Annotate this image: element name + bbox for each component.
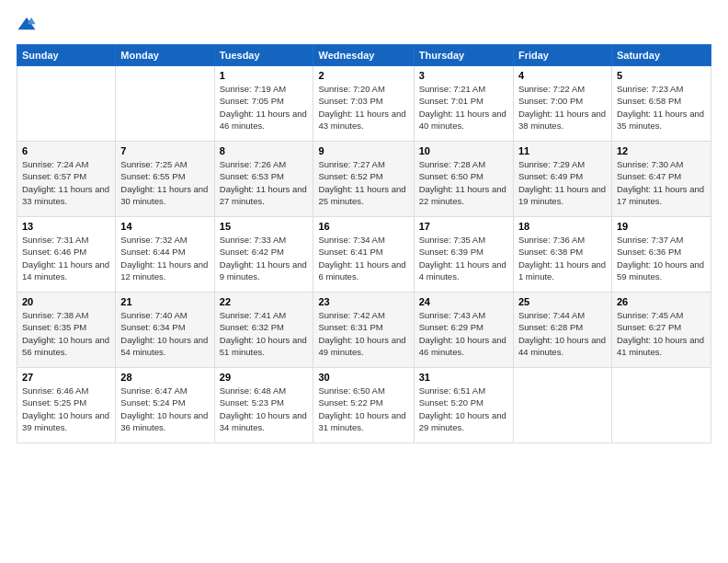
calendar-cell: 21Sunrise: 7:40 AM Sunset: 6:34 PM Dayli… [116, 293, 214, 368]
day-number: 12 [617, 145, 706, 156]
weekday-header-friday: Friday [513, 45, 611, 66]
day-number: 14 [120, 221, 209, 232]
logo-icon [17, 15, 37, 35]
weekday-header-sunday: Sunday [17, 45, 116, 66]
weekday-header-monday: Monday [116, 45, 214, 66]
calendar-cell: 27Sunrise: 6:46 AM Sunset: 5:25 PM Dayli… [17, 368, 116, 443]
day-info: Sunrise: 7:21 AM Sunset: 7:01 PM Dayligh… [419, 83, 508, 132]
day-info: Sunrise: 7:28 AM Sunset: 6:50 PM Dayligh… [419, 158, 508, 207]
calendar-cell: 12Sunrise: 7:30 AM Sunset: 6:47 PM Dayli… [611, 142, 711, 217]
day-number: 2 [318, 70, 408, 81]
day-info: Sunrise: 7:35 AM Sunset: 6:39 PM Dayligh… [419, 234, 508, 282]
day-number: 25 [518, 296, 607, 307]
day-number: 27 [22, 372, 110, 383]
page: SundayMondayTuesdayWednesdayThursdayFrid… [0, 0, 728, 563]
day-info: Sunrise: 7:33 AM Sunset: 6:42 PM Dayligh… [220, 234, 309, 282]
calendar-cell: 6Sunrise: 7:24 AM Sunset: 6:57 PM Daylig… [17, 142, 116, 217]
weekday-header-wednesday: Wednesday [313, 45, 414, 66]
calendar-cell: 9Sunrise: 7:27 AM Sunset: 6:52 PM Daylig… [313, 142, 414, 217]
day-info: Sunrise: 6:51 AM Sunset: 5:20 PM Dayligh… [419, 385, 508, 433]
day-info: Sunrise: 7:42 AM Sunset: 6:31 PM Dayligh… [318, 309, 408, 358]
day-number: 30 [318, 372, 408, 383]
day-number: 31 [419, 372, 508, 383]
day-info: Sunrise: 7:45 AM Sunset: 6:27 PM Dayligh… [617, 309, 706, 358]
day-number: 7 [120, 145, 209, 156]
day-number: 28 [120, 372, 209, 383]
day-number: 11 [518, 145, 607, 156]
day-number: 17 [419, 221, 508, 232]
calendar-cell: 8Sunrise: 7:26 AM Sunset: 6:53 PM Daylig… [214, 142, 313, 217]
calendar-cell: 31Sunrise: 6:51 AM Sunset: 5:20 PM Dayli… [414, 368, 513, 443]
calendar-cell: 20Sunrise: 7:38 AM Sunset: 6:35 PM Dayli… [17, 293, 116, 368]
calendar-cell: 2Sunrise: 7:20 AM Sunset: 7:03 PM Daylig… [313, 66, 414, 142]
day-info: Sunrise: 7:24 AM Sunset: 6:57 PM Dayligh… [22, 158, 110, 207]
day-number: 13 [22, 221, 110, 232]
day-info: Sunrise: 7:44 AM Sunset: 6:28 PM Dayligh… [518, 309, 607, 358]
day-info: Sunrise: 7:23 AM Sunset: 6:58 PM Dayligh… [617, 83, 706, 132]
calendar-cell [513, 368, 611, 443]
calendar-cell: 29Sunrise: 6:48 AM Sunset: 5:23 PM Dayli… [214, 368, 313, 443]
day-info: Sunrise: 7:26 AM Sunset: 6:53 PM Dayligh… [220, 158, 309, 207]
calendar-cell: 1Sunrise: 7:19 AM Sunset: 7:05 PM Daylig… [214, 66, 313, 142]
day-info: Sunrise: 7:22 AM Sunset: 7:00 PM Dayligh… [518, 83, 607, 132]
day-number: 18 [518, 221, 607, 232]
day-number: 20 [22, 296, 110, 307]
calendar-cell: 28Sunrise: 6:47 AM Sunset: 5:24 PM Dayli… [116, 368, 214, 443]
day-number: 26 [617, 296, 706, 307]
day-info: Sunrise: 7:34 AM Sunset: 6:41 PM Dayligh… [318, 234, 408, 282]
header [17, 15, 711, 35]
calendar-cell: 4Sunrise: 7:22 AM Sunset: 7:00 PM Daylig… [513, 66, 611, 142]
weekday-header-saturday: Saturday [611, 45, 711, 66]
calendar-cell [116, 66, 214, 142]
day-number: 1 [220, 70, 309, 81]
calendar-cell: 23Sunrise: 7:42 AM Sunset: 6:31 PM Dayli… [313, 293, 414, 368]
calendar-cell: 13Sunrise: 7:31 AM Sunset: 6:46 PM Dayli… [17, 217, 116, 293]
weekday-header-thursday: Thursday [414, 45, 513, 66]
calendar-cell [17, 66, 116, 142]
calendar-cell: 18Sunrise: 7:36 AM Sunset: 6:38 PM Dayli… [513, 217, 611, 293]
day-number: 15 [220, 221, 309, 232]
day-info: Sunrise: 7:36 AM Sunset: 6:38 PM Dayligh… [518, 234, 607, 282]
calendar-cell: 24Sunrise: 7:43 AM Sunset: 6:29 PM Dayli… [414, 293, 513, 368]
day-info: Sunrise: 7:30 AM Sunset: 6:47 PM Dayligh… [617, 158, 706, 207]
day-number: 21 [120, 296, 209, 307]
day-info: Sunrise: 6:48 AM Sunset: 5:23 PM Dayligh… [220, 385, 309, 433]
day-number: 23 [318, 296, 408, 307]
day-info: Sunrise: 6:50 AM Sunset: 5:22 PM Dayligh… [318, 385, 408, 433]
calendar-cell: 16Sunrise: 7:34 AM Sunset: 6:41 PM Dayli… [313, 217, 414, 293]
day-info: Sunrise: 7:41 AM Sunset: 6:32 PM Dayligh… [220, 309, 309, 358]
day-number: 9 [318, 145, 408, 156]
day-info: Sunrise: 7:31 AM Sunset: 6:46 PM Dayligh… [22, 234, 110, 282]
day-number: 4 [518, 70, 607, 81]
day-info: Sunrise: 7:27 AM Sunset: 6:52 PM Dayligh… [318, 158, 408, 207]
day-number: 5 [617, 70, 706, 81]
weekday-header-tuesday: Tuesday [214, 45, 313, 66]
weekday-header-row: SundayMondayTuesdayWednesdayThursdayFrid… [17, 45, 711, 66]
calendar-cell: 3Sunrise: 7:21 AM Sunset: 7:01 PM Daylig… [414, 66, 513, 142]
calendar-cell: 26Sunrise: 7:45 AM Sunset: 6:27 PM Dayli… [611, 293, 711, 368]
day-info: Sunrise: 7:38 AM Sunset: 6:35 PM Dayligh… [22, 309, 110, 358]
calendar-table: SundayMondayTuesdayWednesdayThursdayFrid… [17, 44, 711, 443]
calendar-week-4: 20Sunrise: 7:38 AM Sunset: 6:35 PM Dayli… [17, 293, 711, 368]
day-info: Sunrise: 7:43 AM Sunset: 6:29 PM Dayligh… [419, 309, 508, 358]
day-info: Sunrise: 7:40 AM Sunset: 6:34 PM Dayligh… [120, 309, 209, 358]
day-info: Sunrise: 7:25 AM Sunset: 6:55 PM Dayligh… [120, 158, 209, 207]
calendar-cell: 25Sunrise: 7:44 AM Sunset: 6:28 PM Dayli… [513, 293, 611, 368]
day-info: Sunrise: 6:46 AM Sunset: 5:25 PM Dayligh… [22, 385, 110, 433]
calendar-cell: 30Sunrise: 6:50 AM Sunset: 5:22 PM Dayli… [313, 368, 414, 443]
calendar-week-3: 13Sunrise: 7:31 AM Sunset: 6:46 PM Dayli… [17, 217, 711, 293]
calendar-cell: 5Sunrise: 7:23 AM Sunset: 6:58 PM Daylig… [611, 66, 711, 142]
day-number: 22 [220, 296, 309, 307]
day-number: 16 [318, 221, 408, 232]
day-number: 24 [419, 296, 508, 307]
calendar-cell: 22Sunrise: 7:41 AM Sunset: 6:32 PM Dayli… [214, 293, 313, 368]
calendar-cell: 10Sunrise: 7:28 AM Sunset: 6:50 PM Dayli… [414, 142, 513, 217]
calendar-cell: 7Sunrise: 7:25 AM Sunset: 6:55 PM Daylig… [116, 142, 214, 217]
calendar-cell: 14Sunrise: 7:32 AM Sunset: 6:44 PM Dayli… [116, 217, 214, 293]
day-number: 10 [419, 145, 508, 156]
calendar-week-1: 1Sunrise: 7:19 AM Sunset: 7:05 PM Daylig… [17, 66, 711, 142]
day-number: 8 [220, 145, 309, 156]
calendar-cell: 17Sunrise: 7:35 AM Sunset: 6:39 PM Dayli… [414, 217, 513, 293]
day-number: 19 [617, 221, 706, 232]
day-info: Sunrise: 7:29 AM Sunset: 6:49 PM Dayligh… [518, 158, 607, 207]
